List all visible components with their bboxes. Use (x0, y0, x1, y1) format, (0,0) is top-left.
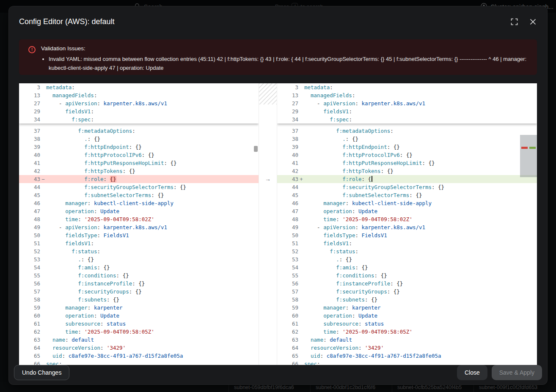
code-line: 44 f:securityGroupSelectorTerms: {} (277, 183, 537, 191)
code-line: 39 f:httpEndpoint: {} (19, 143, 259, 151)
expand-icon (511, 18, 518, 25)
code-line: 3metadata: (277, 83, 537, 91)
code-line: 34 f:spec: (19, 115, 259, 123)
code-line: 34 f:spec: (277, 115, 537, 123)
code-line: 63 name: default (19, 336, 259, 344)
undo-changes-button[interactable]: Undo Changes (14, 365, 69, 380)
diff-removed-marker (521, 147, 528, 149)
modal-title: Config Editor (AWS): default (19, 17, 114, 26)
code-line: 59 manager: karpenter (277, 304, 537, 312)
code-line: 61 subresource: status (277, 320, 537, 328)
config-editor-modal: Config Editor (AWS): default ! Vali (8, 6, 548, 385)
code-line: 13 managedFields: (19, 91, 259, 99)
code-line: 42 f:httpTokens: {} (277, 167, 537, 175)
code-line: 29 fieldsV1: (19, 107, 259, 115)
code-line: 65 uid: c8afe97e-38cc-4f91-a767-d15f2a8f… (277, 352, 537, 360)
code-line: 51 fieldsV1: (277, 239, 537, 247)
code-line: 43− f:role: {} (19, 175, 259, 183)
code-line: 39 f:httpEndpoint: {} (277, 143, 537, 151)
code-line: 52 f:status: (277, 247, 537, 255)
yaml-diff-editor: 3metadata:13 managedFields:27 - apiVersi… (19, 83, 537, 365)
validation-alert: ! Validation Issues: Invalid YAML: misse… (19, 39, 537, 75)
text-cursor (372, 176, 372, 182)
code-body-modified: 37 f:metadataOptions:38 .: {}39 f:httpEn… (277, 127, 537, 365)
modal-header: Config Editor (AWS): default (9, 6, 547, 37)
modal-footer: Undo Changes Close Save & Apply (9, 361, 547, 384)
code-line: 27 - apiVersion: karpenter.k8s.aws/v1 (19, 99, 259, 107)
code-line: 63 name: default (277, 336, 537, 344)
diff-modified-pane[interactable]: 3metadata:13 managedFields:27 - apiVersi… (277, 83, 537, 365)
page: Search... Press / to search Cluster: ani… (0, 0, 556, 392)
code-line: 64 resourceVersion: '3429' (277, 344, 537, 352)
collapsed-region-stripes (259, 83, 277, 104)
sticky-scroll-original: 3metadata:13 managedFields:27 - apiVersi… (19, 83, 259, 123)
code-line: 54 f:amis: {} (19, 263, 259, 271)
code-line: 44 f:securityGroupSelectorTerms: {} (19, 183, 259, 191)
diff-action-gutter: → (259, 83, 277, 365)
code-line: 62 time: '2025-09-04T09:58:05Z' (19, 328, 259, 336)
code-line: 37 f:metadataOptions: (19, 127, 259, 135)
code-body-original: 37 f:metadataOptions:38 .: {}39 f:httpEn… (19, 127, 259, 365)
code-line: 40 f:httpProtocolIPv6: {} (19, 151, 259, 159)
sticky-scroll-modified: 3metadata:13 managedFields:27 - apiVersi… (277, 83, 537, 123)
code-line: 56 f:instanceProfile: {} (19, 280, 259, 288)
danger-icon: ! (28, 46, 36, 53)
code-line: 58 f:subnets: {} (19, 296, 259, 304)
code-line: 47 operation: Update (277, 207, 537, 215)
code-line: 55 f:conditions: {} (277, 271, 537, 280)
code-line: 49 - apiVersion: karpenter.k8s.aws/v1 (19, 223, 259, 231)
code-line: 60 operation: Update (19, 312, 259, 320)
code-line: 57 f:securityGroups: {} (19, 288, 259, 296)
code-line: 53 .: {} (19, 255, 259, 263)
code-line: 51 fieldsV1: (19, 239, 259, 247)
code-line: 59 manager: karpenter (19, 304, 259, 312)
code-line: 29 fieldsV1: (277, 107, 537, 115)
diff-original-pane[interactable]: 3metadata:13 managedFields:27 - apiVersi… (19, 83, 259, 365)
expand-button[interactable] (510, 17, 519, 26)
code-line: 40 f:httpProtocolIPv6: {} (277, 151, 537, 159)
alert-item-list: Invalid YAML: missed comma between flow … (41, 55, 527, 72)
code-line: 47 operation: Update (19, 207, 259, 215)
diff-added-marker (529, 147, 536, 149)
original-scrollbar-thumb[interactable] (254, 146, 258, 152)
scrollbar-thumb[interactable] (520, 135, 537, 177)
code-line: 41 f:httpPutResponseHopLimit: {} (277, 159, 537, 167)
close-icon (530, 19, 536, 25)
code-line: 61 subresource: status (19, 320, 259, 328)
code-line: 27 - apiVersion: karpenter.k8s.aws/v1 (277, 99, 537, 107)
alert-title: Validation Issues: (41, 45, 527, 52)
code-line: 50 fieldsType: FieldsV1 (19, 231, 259, 239)
code-line: 64 resourceVersion: '3429' (19, 344, 259, 352)
code-line: 48 time: '2025-09-04T09:58:02Z' (277, 215, 537, 223)
revert-change-arrow-icon[interactable]: → (259, 175, 277, 183)
code-line: 45 f:subnetSelectorTerms: {} (277, 191, 537, 199)
code-line: 54 f:amis: {} (277, 263, 537, 271)
code-line: 57 f:securityGroups: {} (277, 288, 537, 296)
code-line: 43+ f:role: { (277, 175, 537, 183)
code-line: 13 managedFields: (277, 91, 537, 99)
code-line: 56 f:instanceProfile: {} (277, 280, 537, 288)
code-line: 37 f:metadataOptions: (277, 127, 537, 135)
code-line: 53 .: {} (277, 255, 537, 263)
code-line: 60 operation: Update (277, 312, 537, 320)
code-line: 65 uid: c8afe97e-38cc-4f91-a767-d15f2a8f… (19, 352, 259, 360)
code-line: 45 f:subnetSelectorTerms: {} (19, 191, 259, 199)
code-line: 58 f:subnets: {} (277, 296, 537, 304)
code-line: 52 f:status: (19, 247, 259, 255)
alert-item: Invalid YAML: missed comma between flow … (49, 55, 527, 72)
close-button[interactable] (529, 18, 537, 26)
code-line: 46 manager: kubectl-client-side-apply (277, 199, 537, 207)
code-line: 41 f:httpPutResponseHopLimit: {} (19, 159, 259, 167)
code-line: 46 manager: kubectl-client-side-apply (19, 199, 259, 207)
code-line: 3metadata: (19, 83, 259, 91)
code-line: 50 fieldsType: FieldsV1 (277, 231, 537, 239)
code-line: 62 time: '2025-09-04T09:58:05Z' (277, 328, 537, 336)
code-line: 38 .: {} (19, 135, 259, 143)
code-line: 49 - apiVersion: karpenter.k8s.aws/v1 (277, 223, 537, 231)
code-line: 42 f:httpTokens: {} (19, 167, 259, 175)
code-line: 48 time: '2025-09-04T09:58:02Z' (19, 215, 259, 223)
code-line: 55 f:conditions: {} (19, 271, 259, 280)
close-footer-button[interactable]: Close (457, 365, 487, 380)
save-apply-button[interactable]: Save & Apply (492, 365, 542, 380)
overview-ruler[interactable] (520, 83, 537, 365)
